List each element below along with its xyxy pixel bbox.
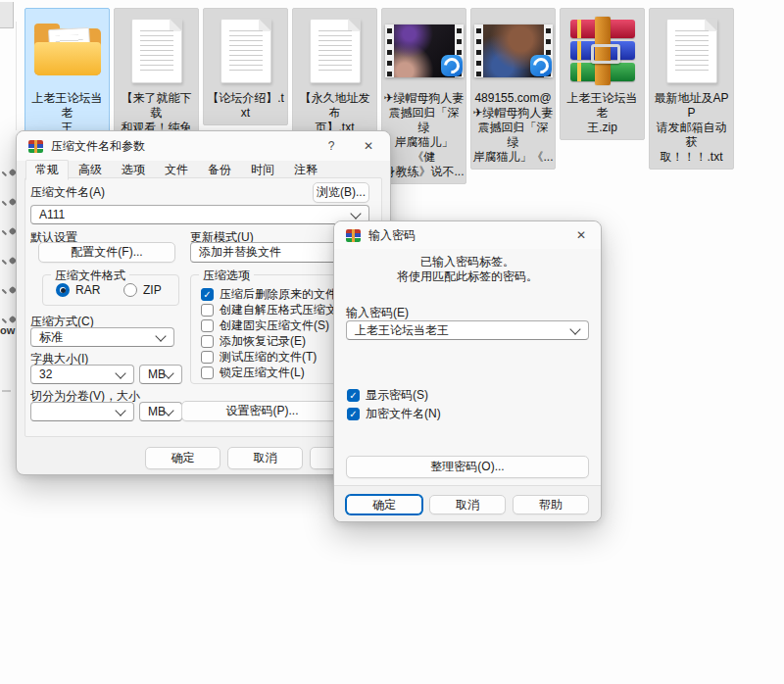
player-badge-icon [441,55,463,76]
help-button[interactable]: 帮助 [513,495,589,514]
checkbox-icon [201,366,214,379]
chevron-down-icon [155,330,166,341]
cancel-button[interactable]: 取消 [227,447,303,469]
browse-button[interactable]: 浏览(B)... [313,182,369,203]
archive-format-group-label: 压缩文件格式 [51,268,129,284]
close-icon[interactable]: ✕ [353,131,384,160]
file-label: 【永久地址发布 页】.txt [294,91,375,135]
checkbox-icon [201,351,214,364]
checkbox-icon [201,319,214,332]
tab-time[interactable]: 时间 [241,160,284,180]
password-input[interactable]: 上老王论坛当老王 [346,320,589,340]
compression-method-select[interactable]: 标准 [30,327,174,347]
organize-passwords-button[interactable]: 整理密码(O)... [346,456,589,478]
compression-options-group-label: 压缩选项 [199,268,254,284]
checkbox-recovery[interactable]: 添加恢复记录(E) [201,333,306,350]
set-password-button[interactable]: 设置密码(P)... [181,401,343,421]
clipped-filename-text: ow [0,324,15,336]
tab-backup[interactable]: 备份 [198,160,241,180]
tab-comment[interactable]: 注释 [284,160,327,180]
file-item-video[interactable]: 489155.com@ ✈绿帽母狗人妻 震撼回归「深绿 岸腐猫儿」《... [470,8,556,170]
file-item-zip[interactable]: 上老王论坛当老 王.zip [560,8,645,140]
file-label: 最新地址及APP 请发邮箱自动获 取！！！.txt [651,91,732,165]
winrar-archive-icon [562,14,643,88]
file-label: 上老王论坛当老 王.zip [562,91,643,135]
chevron-down-icon [115,367,125,378]
radio-rar[interactable]: RAR [56,283,100,297]
text-file-icon [116,14,197,88]
tab-advanced[interactable]: 高级 [69,160,112,180]
radio-icon [123,283,137,297]
player-badge-icon [530,55,552,76]
chevron-down-icon [115,405,125,415]
video-file-icon [383,14,465,88]
file-label: 上老王论坛当老 王 [26,91,108,135]
text-file-icon [651,14,732,88]
split-unit-select[interactable]: MB [139,402,182,421]
checkbox-lock[interactable]: 锁定压缩文件(L) [201,365,305,381]
profiles-button[interactable]: 配置文件(F)... [38,242,175,263]
ok-button[interactable]: 确定 [145,447,220,469]
password-input-label: 输入密码(E) [346,305,409,321]
dictionary-size-select[interactable]: 32 [30,365,134,384]
radio-icon [56,283,70,297]
radio-zip[interactable]: ZIP [123,283,162,297]
text-file-icon [294,14,375,88]
split-volumes-select[interactable] [30,402,134,421]
ok-button[interactable]: 确定 [346,495,422,514]
tab-options[interactable]: 选项 [112,160,155,180]
chevron-down-icon [350,208,361,219]
chevron-down-icon [569,323,580,334]
winrar-app-icon [346,229,361,242]
password-dialog: 输入密码 ✕ 已输入密码标签。 将使用匹配此标签的密码。 输入密码(E) 上老王… [333,220,602,522]
winrar-app-icon [28,140,43,153]
tab-files[interactable]: 文件 [155,160,198,180]
checkbox-icon: ✓ [201,288,214,301]
folder-icon [26,14,108,88]
checkbox-icon [201,335,214,348]
close-icon[interactable]: ✕ [565,221,597,248]
checkbox-show-password[interactable]: ✓ 显示密码(S) [347,387,428,404]
password-dialog-title: 输入密码 [368,227,416,244]
file-label: 489155.com@ ✈绿帽母狗人妻 震撼回归「深绿 岸腐猫儿」《... [472,91,554,165]
file-item-txt[interactable]: 【永久地址发布 页】.txt [292,8,377,140]
checkbox-encrypt-filenames[interactable]: ✓ 加密文件名(N) [347,406,441,422]
window-fragment [0,2,14,28]
checkbox-icon: ✓ [347,389,360,402]
archive-dialog-title: 压缩文件名和参数 [51,138,145,155]
file-label: ✈绿帽母狗人妻 震撼回归「深绿 岸腐猫儿」《健 身教练》说不... [383,91,465,179]
archive-name-input[interactable]: A111 [30,205,369,224]
checkbox-icon: ✓ [347,408,360,420]
archive-name-label: 压缩文件名(A) [30,184,105,201]
tab-general[interactable]: 常规 [25,160,69,180]
help-icon[interactable]: ? [316,131,347,160]
archive-format-group: 压缩文件格式 RAR ZIP [42,274,179,306]
tab-bar: 常规 高级 选项 文件 备份 时间 注释 [25,160,327,180]
password-dialog-titlebar[interactable]: 输入密码 [334,221,601,249]
file-label: 【论坛介绍】.txt [205,91,286,121]
password-info-line2: 将使用匹配此标签的密码。 [334,269,601,285]
checkbox-delete-files[interactable]: ✓ 压缩后删除原来的文件(D) [201,286,354,303]
file-item-video[interactable]: ✈绿帽母狗人妻 震撼回归「深绿 岸腐猫儿」《健 身教练》说不... [381,8,466,184]
file-item-folder[interactable]: 上老王论坛当老 王 [24,8,110,140]
video-file-icon [472,14,554,88]
file-item-txt[interactable]: 最新地址及APP 请发邮箱自动获 取！！！.txt [649,8,734,170]
list-item-fragment [2,390,11,392]
checkbox-icon [201,304,214,317]
cancel-button[interactable]: 取消 [429,495,506,514]
text-file-icon [205,14,286,88]
nav-pane-divider [16,22,17,130]
dictionary-unit-select[interactable]: MB [139,365,182,384]
checkbox-test[interactable]: 测试压缩的文件(T) [201,349,317,366]
checkbox-solid[interactable]: 创建固实压缩文件(S) [201,318,329,334]
file-item-txt[interactable]: 【论坛介绍】.txt [203,8,288,125]
